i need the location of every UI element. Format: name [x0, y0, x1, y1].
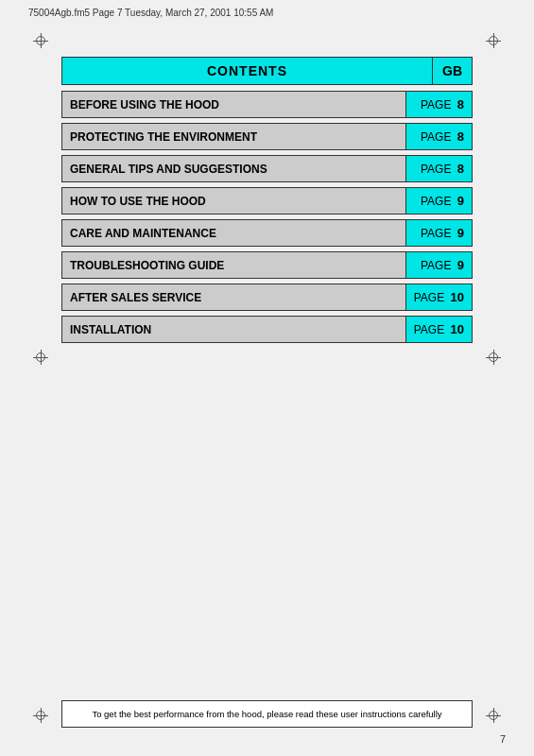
file-header: 75004Agb.fm5 Page 7 Tuesday, March 27, 2…: [28, 8, 506, 18]
toc-row-4: HOW TO USE THE HOOD PAGE 9: [61, 187, 473, 215]
crosshair-top-left: [33, 33, 48, 48]
crosshair-bot-left: [33, 708, 48, 723]
toc-label-7: AFTER SALES SERVICE: [62, 284, 405, 310]
toc-row-8: INSTALLATION PAGE 10: [61, 316, 473, 343]
crosshair-mid-right: [486, 350, 501, 365]
toc-row-5: CARE AND MAINTENANCE PAGE 9: [61, 219, 473, 247]
bottom-note-text: To get the best performance from the hoo…: [92, 709, 441, 719]
contents-title: CONTENTS: [62, 58, 432, 84]
toc-page-2: PAGE 8: [405, 124, 472, 149]
crosshair-bot-right: [486, 708, 501, 723]
toc-label-1: BEFORE USING THE HOOD: [62, 92, 405, 117]
toc-page-7: PAGE 10: [405, 284, 472, 310]
toc-label-2: PROTECTING THE ENVIRONMENT: [62, 124, 405, 149]
contents-header: CONTENTS GB: [61, 57, 473, 85]
crosshair-mid-left: [33, 350, 48, 365]
contents-gb: GB: [432, 58, 472, 84]
toc-label-8: INSTALLATION: [62, 317, 405, 342]
toc-label-5: CARE AND MAINTENANCE: [62, 220, 405, 246]
toc-page-1: PAGE 8: [405, 92, 472, 117]
page-number: 7: [500, 733, 506, 745]
toc-page-8: PAGE 10: [405, 317, 472, 342]
toc-label-3: GENERAL TIPS AND SUGGESTIONS: [62, 156, 405, 181]
toc-row-1: BEFORE USING THE HOOD PAGE 8: [61, 91, 473, 118]
toc-row-7: AFTER SALES SERVICE PAGE 10: [61, 284, 473, 311]
content-area: CONTENTS GB BEFORE USING THE HOOD PAGE 8…: [61, 57, 473, 680]
toc-page-5: PAGE 9: [405, 220, 472, 246]
page: 75004Agb.fm5 Page 7 Tuesday, March 27, 2…: [0, 0, 534, 756]
toc-label-6: TROUBLESHOOTING GUIDE: [62, 252, 405, 278]
toc-row-3: GENERAL TIPS AND SUGGESTIONS PAGE 8: [61, 155, 473, 182]
toc-row-2: PROTECTING THE ENVIRONMENT PAGE 8: [61, 123, 473, 150]
toc-page-3: PAGE 8: [405, 156, 472, 181]
crosshair-top-right: [486, 33, 501, 48]
toc-page-6: PAGE 9: [405, 252, 472, 278]
file-info: 75004Agb.fm5 Page 7 Tuesday, March 27, 2…: [28, 8, 273, 18]
toc-row-6: TROUBLESHOOTING GUIDE PAGE 9: [61, 251, 473, 279]
toc-page-4: PAGE 9: [405, 188, 472, 214]
toc-label-4: HOW TO USE THE HOOD: [62, 188, 405, 214]
bottom-note: To get the best performance from the hoo…: [61, 700, 473, 728]
